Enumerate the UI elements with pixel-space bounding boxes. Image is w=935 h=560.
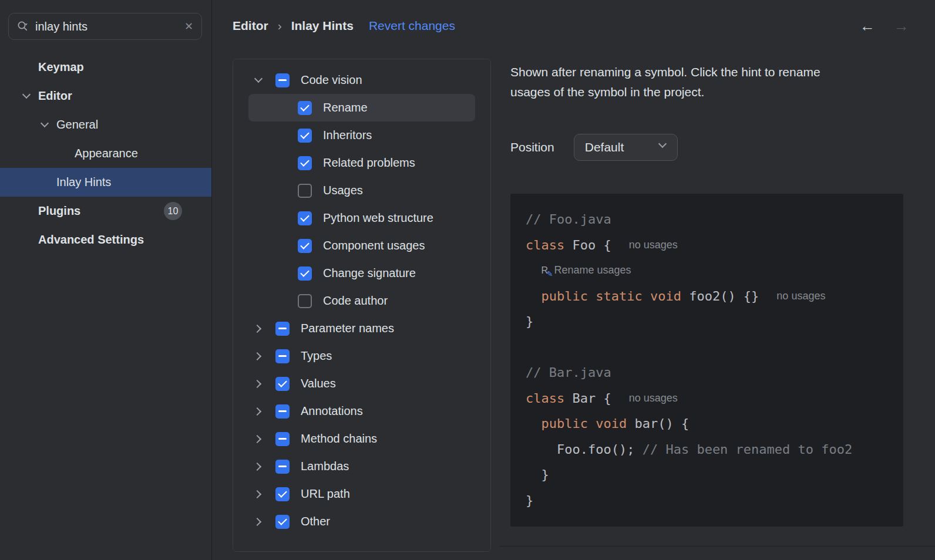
tree-row-other[interactable]: Other xyxy=(248,508,475,535)
tree-row-python-web-structure[interactable]: Python web structure xyxy=(248,204,475,232)
search-icon[interactable] xyxy=(16,19,30,33)
checkbox-url-path[interactable] xyxy=(275,487,290,501)
sidebar-item-general[interactable]: General xyxy=(0,110,211,139)
inlay-hint-no-usages: no usages xyxy=(776,290,825,302)
code-token: } xyxy=(526,314,533,329)
tree-row-inheritors[interactable]: Inheritors xyxy=(248,122,475,149)
tree-row-values[interactable]: Values xyxy=(248,370,475,397)
chevron-right-icon[interactable] xyxy=(254,434,264,444)
sidebar-item-plugins[interactable]: Plugins 10 xyxy=(0,197,211,225)
chevron-down-icon[interactable] xyxy=(254,76,264,85)
revert-changes-link[interactable]: Revert changes xyxy=(369,19,455,33)
code-keyword: public void xyxy=(541,416,627,431)
tree-row-label: Parameter names xyxy=(301,322,394,335)
code-keyword: public static void xyxy=(541,289,681,303)
tree-row-label: Python web structure xyxy=(323,211,433,225)
tree-row-label: Lambdas xyxy=(301,460,349,473)
sidebar-item-advanced-settings[interactable]: Advanced Settings xyxy=(0,225,211,254)
code-token: bar() { xyxy=(627,416,689,431)
tree-row-url-path[interactable]: URL path xyxy=(248,480,475,508)
checkbox-component-usages[interactable] xyxy=(298,239,312,253)
settings-search-box[interactable]: ✕ xyxy=(8,13,202,40)
chevron-down-icon[interactable] xyxy=(41,120,50,130)
position-selected-value: Default xyxy=(585,140,624,154)
checkbox-code-vision[interactable] xyxy=(275,73,290,87)
code-line: } xyxy=(526,488,903,514)
code-line: // Foo.java xyxy=(526,207,903,232)
code-token: Foo { xyxy=(564,238,611,252)
sidebar-item-keymap[interactable]: Keymap xyxy=(0,53,211,82)
checkbox-change-signature[interactable] xyxy=(298,266,312,281)
sidebar-item-label: Plugins xyxy=(38,204,80,218)
tree-row-label: Rename xyxy=(323,101,368,114)
checkbox-rename[interactable] xyxy=(298,101,312,115)
checkbox-related-problems[interactable] xyxy=(298,156,312,170)
tree-row-label: Types xyxy=(301,349,332,363)
breadcrumb-separator-icon: › xyxy=(277,19,283,33)
breadcrumb-editor[interactable]: Editor xyxy=(233,19,268,33)
code-line: public static void foo2() {} no usages xyxy=(526,284,903,309)
checkbox-other[interactable] xyxy=(275,515,290,529)
code-line-rename-hint: R✎ Rename usages xyxy=(526,258,903,284)
tree-row-rename[interactable]: Rename xyxy=(248,94,475,122)
chevron-right-icon[interactable] xyxy=(254,324,264,333)
tree-row-code-author[interactable]: Code author xyxy=(248,287,475,315)
tree-row-change-signature[interactable]: Change signature xyxy=(248,259,475,287)
checkbox-annotations[interactable] xyxy=(275,404,290,419)
tree-row-label: Related problems xyxy=(323,156,415,170)
checkbox-inheritors[interactable] xyxy=(298,129,312,143)
sidebar-item-editor[interactable]: Editor xyxy=(0,82,211,110)
tree-row-code-vision[interactable]: Code vision xyxy=(248,66,475,94)
tree-row-lambdas[interactable]: Lambdas xyxy=(248,453,475,480)
tree-row-parameter-names[interactable]: Parameter names xyxy=(248,315,475,342)
tree-row-label: Inheritors xyxy=(323,129,372,142)
sidebar-item-label: General xyxy=(56,118,98,131)
tree-row-label: Code author xyxy=(323,294,388,308)
inlay-hint-rename-usages: Rename usages xyxy=(554,264,631,276)
tree-row-method-chains[interactable]: Method chains xyxy=(248,425,475,453)
tree-row-label: Change signature xyxy=(323,266,416,280)
sidebar-item-label: Appearance xyxy=(75,147,138,160)
search-input[interactable] xyxy=(35,20,178,33)
chevron-right-icon[interactable] xyxy=(254,352,264,361)
position-select[interactable]: Default xyxy=(574,134,678,161)
back-arrow-icon[interactable]: ← xyxy=(860,17,875,35)
chevron-right-icon[interactable] xyxy=(254,517,264,527)
chevron-right-icon[interactable] xyxy=(254,407,264,416)
sidebar-item-inlay-hints[interactable]: Inlay Hints xyxy=(0,168,211,197)
clear-search-icon[interactable]: ✕ xyxy=(183,20,194,33)
code-keyword: class xyxy=(526,238,564,252)
tree-row-usages[interactable]: Usages xyxy=(248,177,475,204)
tree-row-label: Values xyxy=(301,377,336,390)
checkbox-lambdas[interactable] xyxy=(275,460,290,474)
checkbox-code-author[interactable] xyxy=(298,294,312,308)
checkbox-python-web-structure[interactable] xyxy=(298,211,312,225)
code-token: } xyxy=(541,467,549,482)
chevron-down-icon[interactable] xyxy=(22,92,32,101)
checkbox-values[interactable] xyxy=(275,377,290,391)
settings-window: ✕ Keymap Editor General Appearance Inlay… xyxy=(0,0,935,560)
tree-row-label: Component usages xyxy=(323,239,425,252)
chevron-right-icon[interactable] xyxy=(254,462,264,471)
chevron-right-icon[interactable] xyxy=(254,379,264,389)
sidebar-item-appearance[interactable]: Appearance xyxy=(0,139,211,168)
code-token: Foo.foo(); xyxy=(557,442,643,457)
tree-row-types[interactable]: Types xyxy=(248,342,475,370)
tree-row-component-usages[interactable]: Component usages xyxy=(248,232,475,259)
tree-row-related-problems[interactable]: Related problems xyxy=(248,149,475,177)
checkbox-parameter-names[interactable] xyxy=(275,322,290,336)
plugins-count-badge: 10 xyxy=(164,202,182,220)
history-navigation: ← → xyxy=(860,17,909,35)
bottom-separator xyxy=(499,546,935,546)
chevron-down-icon xyxy=(658,141,668,150)
chevron-right-icon[interactable] xyxy=(254,490,264,499)
code-keyword: class xyxy=(526,391,564,406)
code-comment: // Foo.java xyxy=(526,212,611,227)
checkbox-types[interactable] xyxy=(275,349,290,363)
inlay-hints-content: Code vision Rename Inheritors Related pr… xyxy=(212,52,935,560)
code-token: Bar { xyxy=(564,391,611,406)
checkbox-method-chains[interactable] xyxy=(275,432,290,446)
checkbox-usages[interactable] xyxy=(298,184,312,198)
forward-arrow-icon[interactable]: → xyxy=(894,17,909,35)
tree-row-annotations[interactable]: Annotations xyxy=(248,397,475,425)
